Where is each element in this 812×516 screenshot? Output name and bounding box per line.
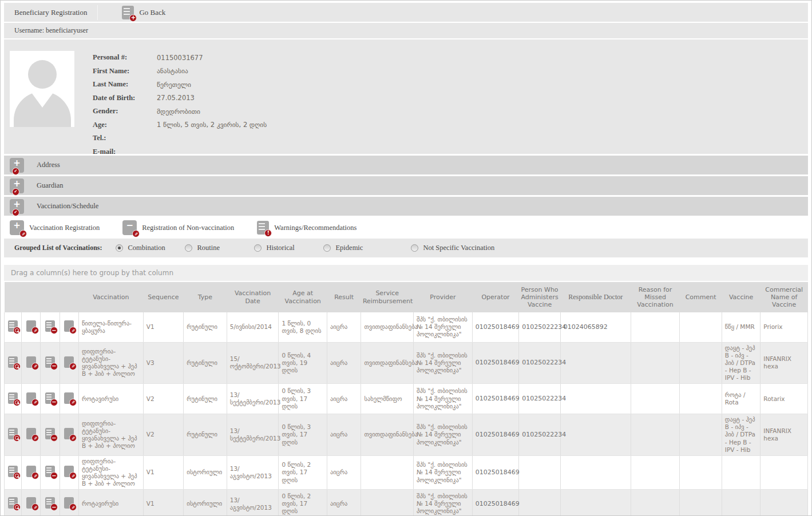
header-sequence[interactable]: Sequence <box>143 282 184 312</box>
username-bar: Username: beneficiaryuser <box>4 23 808 38</box>
header-icon-col <box>41 282 60 312</box>
cell-type: რუტინული <box>184 414 227 456</box>
magnifier-badge-icon <box>13 503 21 511</box>
remove-record-icon[interactable] <box>45 428 55 439</box>
plus-square-icon: + <box>10 220 24 235</box>
pencil-badge-icon <box>31 399 39 406</box>
view-record-icon[interactable] <box>8 428 18 439</box>
expand-plus-icon[interactable]: + <box>10 199 24 214</box>
edit-alt-record-icon[interactable] <box>64 392 74 404</box>
cell-provider: შპს "ქ. თბილისის № 14 შერეული პოლიკლინიკ… <box>414 342 473 384</box>
cell-vaccination: როტავირუსი <box>78 384 143 414</box>
table-row: დიფთერია-ტეტანუსი-ყივანახველა + ჰეპ B + … <box>5 455 808 490</box>
radio-option-historical[interactable]: Historical <box>254 244 307 252</box>
remove-record-icon[interactable] <box>45 320 55 332</box>
remove-record-icon[interactable] <box>45 497 55 509</box>
cell-date: 13/აგვისტო/2013 <box>227 490 279 516</box>
view-record-icon[interactable] <box>8 392 18 404</box>
cell-result: აიცრა <box>327 414 361 456</box>
header-vaccination-date[interactable]: Vaccination Date <box>227 282 279 312</box>
edit-record-icon[interactable] <box>26 466 36 477</box>
radio-icon[interactable] <box>116 244 123 252</box>
edit-alt-record-icon[interactable] <box>64 356 74 368</box>
radio-label: Epidemic <box>335 244 377 252</box>
edit-record-icon[interactable] <box>26 497 36 509</box>
view-record-icon[interactable] <box>8 497 18 509</box>
field-email: E-mail: <box>93 145 267 159</box>
header-reimbursement[interactable]: Service Reimbursement <box>361 282 414 312</box>
edit-alt-record-icon[interactable] <box>64 428 74 439</box>
action-label: Warnings/Recommendations <box>274 224 357 232</box>
field-gender: Gender: მდედრობითი <box>93 105 267 118</box>
header-administers[interactable]: Person Who Administers Vaccine <box>519 282 561 312</box>
edit-record-icon[interactable] <box>26 428 36 439</box>
minus-badge-icon <box>50 472 58 479</box>
cell-provider: შპს "ქ. თბილისის № 14 შერეული პოლიკლინიკ… <box>414 312 473 342</box>
cell-comment <box>680 312 722 342</box>
pencil-badge-icon <box>69 503 77 511</box>
cell-vaccine: წწყ / MMR <box>722 312 760 342</box>
header-operator[interactable]: Operator <box>472 282 519 312</box>
remove-record-icon[interactable] <box>45 356 55 368</box>
check-badge-icon <box>12 168 19 175</box>
header-reason[interactable]: Reason for Missed Vaccination <box>631 282 680 312</box>
warnings-document-icon <box>257 221 269 235</box>
cell-sequence: V1 <box>143 455 184 490</box>
radio-icon[interactable] <box>323 244 331 252</box>
field-value: წერეთელი <box>157 81 191 89</box>
edit-record-icon[interactable] <box>26 320 36 332</box>
radio-icon[interactable] <box>411 244 418 252</box>
table-row: როტავირუსი V2 რუტინული 13/სექტემბერი/201… <box>5 384 808 414</box>
cell-comment <box>680 342 722 384</box>
header-commercial[interactable]: Commercial Name of Vaccine <box>760 282 808 312</box>
header-comment[interactable]: Comment <box>680 282 722 312</box>
header-vaccine[interactable]: Vaccine <box>722 282 760 312</box>
field-age: Age: 1 წლის, 5 თვის, 2 კვირის, 2 დღის <box>93 118 267 132</box>
table-header-row: Vaccination Sequence Type Vaccination Da… <box>5 282 808 312</box>
field-last-name: Last Name: წერეთელი <box>93 78 267 92</box>
registration-of-non-vaccination-button[interactable]: − Registration of Non-vaccination <box>122 220 234 235</box>
expand-plus-icon[interactable]: + <box>10 158 24 173</box>
cell-age: 0 წლის, 2 თვის, 17 დღის <box>279 490 327 516</box>
header-provider[interactable]: Provider <box>414 282 473 312</box>
cell-type: რუტინული <box>184 342 227 384</box>
edit-record-icon[interactable] <box>26 392 36 404</box>
accordion-guardian[interactable]: + Guardian <box>4 176 808 195</box>
vaccination-registration-button[interactable]: + Vaccination Registration <box>10 220 100 235</box>
view-record-icon[interactable] <box>8 320 18 332</box>
header-doctor[interactable]: Responsible Doctor <box>560 282 631 312</box>
cell-vaccine: დაყტ - ჰეპ B - იპვ - ჰიბ / DTPa - Hep B … <box>722 342 760 384</box>
group-by-drop-zone[interactable]: Drag a column(s) here to group by that c… <box>4 265 808 281</box>
edit-alt-record-icon[interactable] <box>64 320 74 332</box>
profile-section: Personal #: 01150031677 First Name: ანას… <box>4 39 808 154</box>
cell-administers: 01025022234 <box>519 384 561 414</box>
edit-alt-record-icon[interactable] <box>64 466 74 477</box>
remove-record-icon[interactable] <box>45 392 55 404</box>
header-type[interactable]: Type <box>184 282 227 312</box>
grouped-list-filter-bar: Grouped List of Vaccinations: Combinatio… <box>4 239 808 257</box>
edit-record-icon[interactable] <box>26 356 36 368</box>
expand-plus-icon[interactable]: + <box>10 178 24 193</box>
warnings-recommendations-button[interactable]: Warnings/Recommendations <box>257 221 357 235</box>
cell-reimbursement <box>361 490 414 516</box>
remove-record-icon[interactable] <box>45 466 55 477</box>
radio-option-epidemic[interactable]: Epidemic <box>323 244 377 252</box>
header-vaccination[interactable]: Vaccination <box>78 282 143 312</box>
accordion-vaccination-schedule[interactable]: + Vaccination/Schedule <box>4 197 808 216</box>
radio-option-not-specific[interactable]: Not Specific Vaccination <box>411 244 494 252</box>
cell-commercial <box>760 455 808 490</box>
edit-alt-record-icon[interactable] <box>64 497 74 509</box>
pencil-badge-icon <box>69 434 77 442</box>
radio-icon[interactable] <box>185 244 192 252</box>
cell-provider: შპს "ქ. თბილისის № 14 შერეული პოლიკლინიკ… <box>414 455 473 490</box>
radio-option-routine[interactable]: Routine <box>185 244 238 252</box>
magnifier-badge-icon <box>13 327 21 334</box>
radio-option-combination[interactable]: Combination <box>116 244 169 252</box>
radio-icon[interactable] <box>254 244 262 252</box>
header-result[interactable]: Result <box>327 282 361 312</box>
go-back-button[interactable]: Go Back <box>122 6 165 19</box>
view-record-icon[interactable] <box>8 356 18 368</box>
radio-label: Routine <box>197 244 238 252</box>
header-age[interactable]: Age at Vaccination <box>279 282 327 312</box>
view-record-icon[interactable] <box>8 466 18 477</box>
